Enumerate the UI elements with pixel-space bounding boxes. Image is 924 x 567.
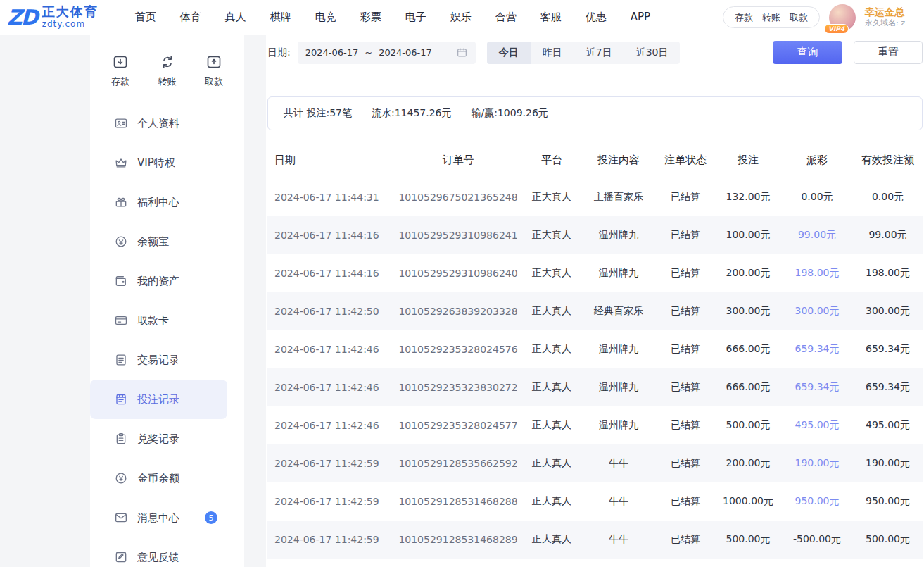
sidebar-menu-item[interactable]: 投注记录 (90, 380, 227, 419)
cell-platform: 正大真人 (522, 495, 581, 508)
sidebar-quick-action[interactable]: 存款 (111, 54, 129, 88)
cell-date: 2024-06-17 11:42:46 (267, 420, 394, 431)
cell-platform: 正大真人 (522, 381, 581, 394)
cell-payout: -500.00元 (781, 533, 853, 546)
clipboard-icon (114, 432, 128, 446)
cell-bet-content: 温州牌九 (581, 343, 656, 356)
wallet-link[interactable]: 取款 (790, 11, 808, 24)
table-row: 2024-06-17 11:42:46 1010529235323830272 … (267, 368, 923, 406)
envelope-icon (114, 511, 128, 525)
nav-item[interactable]: 体育 (180, 11, 201, 24)
nav-item[interactable]: 优惠 (586, 11, 607, 24)
cell-bet-content: 温州牌九 (581, 267, 656, 280)
sidebar-menu-item[interactable]: 消息中心 5 (90, 498, 227, 537)
sidebar-menu-item[interactable]: 取款卡 (90, 301, 227, 340)
cell-bet-amount: 300.00元 (715, 305, 781, 318)
user-name[interactable]: 幸运金总 (865, 6, 914, 18)
summary-stat: 流水:11457.26元 (372, 107, 452, 120)
nav-item[interactable]: 首页 (135, 11, 156, 24)
cell-valid-bet: 659.34元 (853, 343, 923, 356)
nav-item[interactable]: 棋牌 (270, 11, 291, 24)
cell-status: 已结算 (656, 381, 715, 394)
menu-item-label: 余额宝 (137, 235, 169, 249)
cell-valid-bet: 0.00元 (853, 191, 923, 204)
cell-bet-content: 牛牛 (581, 495, 656, 508)
quick-action-label: 转账 (158, 75, 177, 88)
date-range-button[interactable]: 近30日 (624, 42, 681, 64)
sidebar-quick-action[interactable]: 转账 (158, 54, 177, 88)
sidebar-menu-item[interactable]: 兑奖记录 (90, 419, 227, 459)
cell-status: 已结算 (656, 533, 715, 546)
table-row: 2024-06-17 11:42:50 1010529263839203328 … (267, 292, 923, 330)
nav-item[interactable]: 真人 (225, 11, 246, 24)
permanent-domain-note: 永久域名: z (865, 18, 914, 28)
brand-logo[interactable]: ZD 正大体育 zdty.com (7, 5, 99, 30)
cell-order-number: 1010529675021365248 (394, 192, 522, 203)
sidebar: 存款 转账 取款 个人资料 VIP特权 福利中心 余额宝 我的资产 取款卡 (90, 35, 244, 567)
cell-bet-amount: 500.00元 (715, 533, 781, 546)
menu-item-label: 意见反馈 (137, 551, 179, 564)
cell-date: 2024-06-17 11:42:46 (267, 344, 394, 355)
cell-bet-content: 牛牛 (581, 457, 656, 470)
id-card-icon (114, 116, 128, 130)
nav-item[interactable]: 电竞 (315, 11, 336, 24)
cell-status: 已结算 (656, 229, 715, 242)
deposit-icon (112, 54, 129, 70)
table-header-cell: 投注内容 (581, 154, 656, 167)
nav-item[interactable]: 娱乐 (450, 11, 472, 24)
avatar[interactable]: VIP4 (829, 4, 856, 31)
nav-item[interactable]: APP (631, 11, 650, 24)
table-row: 2024-06-17 11:42:59 1010529128531468289 … (267, 521, 923, 559)
date-range-button[interactable]: 今日 (487, 42, 531, 64)
sidebar-menu-item[interactable]: VIP特权 (90, 143, 227, 182)
table-row: 2024-06-17 11:42:59 1010529128535662592 … (267, 444, 923, 482)
vip-level-badge: VIP4 (824, 24, 849, 34)
cell-status: 已结算 (656, 267, 715, 280)
user-meta: 幸运金总 永久域名: z (865, 6, 914, 28)
cell-platform: 正大真人 (522, 533, 581, 546)
crown-icon (114, 156, 128, 170)
cell-payout: 495.00元 (781, 419, 853, 432)
search-button[interactable]: 查询 (773, 41, 842, 64)
wallet-link[interactable]: 转账 (762, 11, 780, 24)
nav-item[interactable]: 客服 (540, 11, 562, 24)
sidebar-menu-item[interactable]: 余额宝 (90, 222, 227, 261)
filter-bar: 日期: 2024-06-17 ~ 2024-06-17 今日 昨日 近7日 近3… (267, 41, 923, 64)
table-header-row: 日期 订单号 平台 投注内容 注单状态 投注 派彩 有效投注额 (267, 142, 923, 178)
cell-bet-amount: 200.00元 (715, 267, 781, 280)
nav-item[interactable]: 彩票 (360, 11, 381, 24)
sidebar-menu-item[interactable]: 意见反馈 (90, 537, 227, 567)
table-body: 2024-06-17 11:44:31 1010529675021365248 … (267, 178, 923, 559)
table-row: 2024-06-17 11:44:16 1010529529310986240 … (267, 254, 923, 292)
sidebar-menu-item[interactable]: 福利中心 (90, 182, 227, 222)
sidebar-menu-item[interactable]: 交易记录 (90, 340, 227, 380)
cell-platform: 正大真人 (522, 267, 581, 280)
wallet-link[interactable]: 存款 (735, 11, 753, 24)
sidebar-menu-item[interactable]: 我的资产 (90, 261, 227, 301)
cell-status: 已结算 (656, 191, 715, 204)
unread-count-badge: 5 (205, 511, 217, 524)
cell-bet-content: 温州牌九 (581, 229, 656, 242)
cell-bet-content: 牛牛 (581, 533, 656, 546)
date-range-input[interactable]: 2024-06-17 ~ 2024-06-17 (298, 42, 476, 64)
nav-item[interactable]: 合营 (495, 11, 517, 24)
brand-name: 正大体育 (42, 5, 99, 20)
cell-payout: 950.00元 (781, 495, 853, 508)
cell-valid-bet: 659.34元 (853, 381, 923, 394)
cell-date: 2024-06-17 11:44:16 (267, 268, 394, 279)
quick-action-label: 存款 (111, 75, 129, 88)
table-header-cell: 日期 (267, 154, 394, 167)
cell-order-number: 1010529263839203328 (394, 306, 522, 317)
sidebar-menu-item[interactable]: 金币余额 (90, 459, 227, 498)
reset-button[interactable]: 重置 (854, 41, 923, 64)
cell-date: 2024-06-17 11:44:31 (267, 192, 394, 203)
cell-date: 2024-06-17 11:44:16 (267, 230, 394, 241)
sidebar-quick-action[interactable]: 取款 (205, 54, 223, 88)
nav-item[interactable]: 电子 (405, 11, 426, 24)
date-range-button[interactable]: 近7日 (574, 42, 624, 64)
date-range-button[interactable]: 昨日 (531, 42, 574, 64)
cell-platform: 正大真人 (522, 305, 581, 318)
sidebar-menu-item[interactable]: 个人资料 (90, 104, 227, 143)
cell-platform: 正大真人 (522, 419, 581, 432)
quick-action-label: 取款 (205, 75, 223, 88)
